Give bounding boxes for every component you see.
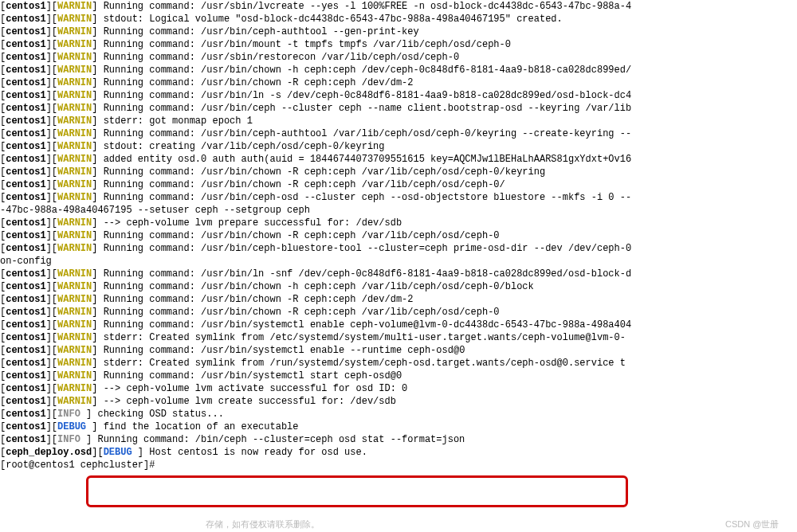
log-line: [centos1][WARNIN] Running command: /usr/… [0, 51, 797, 64]
log-line: [centos1][DEBUG ] find the location of a… [0, 421, 797, 433]
log-line: [centos1][WARNIN] Running command: /usr/… [0, 178, 797, 191]
log-line: [centos1][INFO ] Running command: /bin/c… [0, 433, 797, 446]
log-line: [centos1][WARNIN] Running command: /usr/… [0, 242, 797, 255]
log-line: [centos1][WARNIN] Running command: /usr/… [0, 344, 797, 357]
log-line: [ceph_deploy.osd][DEBUG ] Host centos1 i… [0, 446, 797, 459]
log-line: [centos1][WARNIN] Running command: /usr/… [0, 319, 797, 331]
log-line: [centos1][WARNIN] Running command: /usr/… [0, 89, 797, 102]
watermark-right: CSDN @世册 [725, 518, 779, 530]
log-line: [centos1][WARNIN] Running command: /usr/… [0, 293, 797, 306]
log-line: [centos1][WARNIN] Running command: /usr/… [0, 0, 797, 13]
terminal-output: [centos1][WARNIN] Running command: /usr/… [0, 0, 797, 471]
log-line: [centos1][WARNIN] stderr: Created symlin… [0, 357, 797, 370]
log-line: [centos1][WARNIN] stdout: Logical volume… [0, 13, 797, 25]
log-line: [centos1][INFO ] checking OSD status... [0, 408, 797, 421]
log-line: [centos1][WARNIN] Running command: /usr/… [0, 76, 797, 89]
highlight-rectangle [86, 475, 628, 507]
shell-prompt[interactable]: [root@centos1 cephcluster]# [0, 459, 797, 471]
log-line: [centos1][WARNIN] Running command: /usr/… [0, 370, 797, 382]
log-line: [centos1][WARNIN] Running command: /usr/… [0, 127, 797, 140]
log-line: [centos1][WARNIN] added entity osd.0 aut… [0, 153, 797, 166]
log-continuation: on-config [0, 255, 797, 268]
log-line: [centos1][WARNIN] stdout: creating /var/… [0, 140, 797, 153]
log-line: [centos1][WARNIN] Running command: /usr/… [0, 38, 797, 51]
log-line: [centos1][WARNIN] Running command: /usr/… [0, 25, 797, 38]
log-line: [centos1][WARNIN] Running command: /usr/… [0, 268, 797, 280]
log-line: [centos1][WARNIN] Running command: /usr/… [0, 102, 797, 115]
log-line: [centos1][WARNIN] Running command: /usr/… [0, 166, 797, 178]
log-line: [centos1][WARNIN] Running command: /usr/… [0, 191, 797, 204]
log-line: [centos1][WARNIN] --> ceph-volume lvm ac… [0, 382, 797, 395]
log-line: [centos1][WARNIN] Running command: /usr/… [0, 306, 797, 319]
log-line: [centos1][WARNIN] --> ceph-volume lvm pr… [0, 217, 797, 229]
log-line: [centos1][WARNIN] Running command: /usr/… [0, 64, 797, 76]
log-line: [centos1][WARNIN] stderr: got monmap epo… [0, 115, 797, 127]
log-line: [centos1][WARNIN] --> ceph-volume lvm cr… [0, 395, 797, 408]
log-line: [centos1][WARNIN] Running command: /usr/… [0, 280, 797, 293]
log-line: [centos1][WARNIN] stderr: Created symlin… [0, 331, 797, 344]
log-line: [centos1][WARNIN] Running command: /usr/… [0, 229, 797, 242]
log-continuation: -47bc-988a-498a40467195 --setuser ceph -… [0, 204, 797, 217]
watermark-mid: 存储，如有侵权请联系删除。 [206, 518, 320, 530]
